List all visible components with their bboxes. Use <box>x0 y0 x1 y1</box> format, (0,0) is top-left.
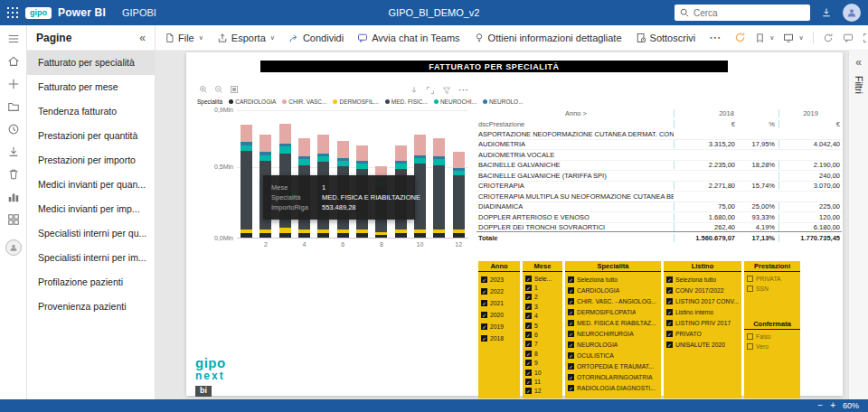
drill-down-icon[interactable] <box>410 86 419 95</box>
reset-default-icon[interactable] <box>734 32 746 43</box>
stacked-bar[interactable] <box>414 135 426 238</box>
bar-segment[interactable] <box>356 233 368 238</box>
slicer-item[interactable]: ✓DERMOSIFILOPATIA <box>568 306 658 317</box>
filter-icon[interactable] <box>442 86 451 95</box>
matrix-visual[interactable]: Anno > 2018 2019 dscPrestazione € % € AS… <box>476 108 842 245</box>
slicer-item[interactable]: ✓CHIR. VASC. - ANGIOLOG... <box>568 295 658 306</box>
slicer-item[interactable]: ✓ORTOPEDIA E TRAUMAT... <box>568 360 658 371</box>
slicer-item[interactable]: ✓Seleziona tutto <box>568 274 658 285</box>
pages-list-item[interactable]: Profilazione pazienti <box>27 270 155 295</box>
pages-list-item[interactable]: Medici invianti per imp... <box>27 197 155 221</box>
fullscreen-icon[interactable] <box>863 33 868 43</box>
slicer-checkbox[interactable]: ✓ <box>568 374 574 380</box>
stacked-bar[interactable] <box>241 125 252 238</box>
slicer-checkbox[interactable]: ✓ <box>666 342 673 348</box>
nav-browse-icon[interactable] <box>7 100 20 113</box>
bar-segment[interactable] <box>298 233 310 238</box>
legend-item[interactable]: CHIR. VASC... <box>282 98 326 105</box>
fit-to-screen-icon[interactable] <box>230 85 239 94</box>
slicer-item[interactable]: ✓Seleziona tutto <box>666 274 739 285</box>
stacked-bar[interactable] <box>433 138 445 238</box>
pages-list-item[interactable]: Tendenza fatturato <box>27 99 155 124</box>
export-menu-button[interactable]: Esporta ∨ <box>217 33 275 43</box>
user-avatar[interactable] <box>843 4 861 22</box>
slicer-mese[interactable]: Mese ✓Sele...✓1✓2✓3✓4✓5✓6✓7✓8✓9✓10✓11✓12 <box>523 261 562 398</box>
slicer-checkbox[interactable]: ✓ <box>666 276 673 283</box>
bar-segment[interactable] <box>414 135 426 154</box>
slicer-item[interactable]: ✓3 <box>525 302 560 311</box>
slicer-item[interactable]: ✓MED. FISICA E RIABILTAZ... <box>568 317 658 328</box>
slicer-item[interactable]: ✓LISTINO 2017 CONV... <box>666 295 739 306</box>
slicer-checkbox[interactable]: ✓ <box>568 331 574 337</box>
chart-visual[interactable]: ⋯ Specialità CARDIOLOGIACHIR. VASC...DER… <box>193 85 470 258</box>
slicer-checkbox[interactable]: ✓ <box>568 276 574 283</box>
bar-segment[interactable] <box>414 233 426 238</box>
legend-item[interactable]: NEUROLO... <box>483 98 524 105</box>
slicer-checkbox[interactable]: ✓ <box>525 313 532 319</box>
search-input[interactable] <box>693 8 813 18</box>
slicer-item[interactable]: ✓2 <box>525 293 560 302</box>
slicer-checkbox[interactable]: ✓ <box>481 288 487 295</box>
bar-segment[interactable] <box>453 152 465 167</box>
slicer-checkbox[interactable]: ✓ <box>525 351 532 357</box>
table-row[interactable]: DIADINAMICA75,0025,00%225,00 <box>476 202 842 213</box>
refresh-icon[interactable] <box>823 33 834 43</box>
slicer-item[interactable]: ✓NEUROLOGIA <box>568 339 658 350</box>
bar-segment[interactable] <box>356 145 368 161</box>
slicer-item[interactable]: ✓12 <box>525 387 560 396</box>
bar-segment[interactable] <box>279 124 291 144</box>
file-menu-button[interactable]: File ∨ <box>165 33 203 43</box>
view-button[interactable]: ∨ <box>783 33 803 43</box>
nav-delete-icon[interactable] <box>7 168 20 181</box>
legend-item[interactable]: DERMOSFIL... <box>333 98 378 105</box>
slicer-item[interactable]: ✓OTORINOLARINGOIATRIA <box>568 371 658 382</box>
pages-list-item[interactable]: Provenienza pazienti <box>27 295 155 319</box>
more-options-icon[interactable]: ⋯ <box>709 31 721 44</box>
slicer-item[interactable]: ✓2023 <box>481 274 517 286</box>
table-row[interactable]: ASPORTAZIONE NEOFORMAZIONE CUTANEA DERMA… <box>476 129 842 140</box>
bar-segment[interactable] <box>433 138 445 157</box>
filters-panel-collapsed[interactable]: « Filtri <box>848 51 868 399</box>
slicer-checkbox[interactable]: ✓ <box>666 331 673 337</box>
slicer-item[interactable]: ✓8 <box>525 349 560 358</box>
zoom-out-icon[interactable]: − <box>817 401 823 410</box>
slicer-checkbox[interactable]: ✓ <box>525 304 532 310</box>
bar-segment[interactable] <box>259 233 271 238</box>
expand-filters-icon[interactable]: « <box>855 56 862 69</box>
bar-segment[interactable] <box>395 145 407 161</box>
global-search[interactable] <box>675 5 810 21</box>
slicer-confermata[interactable]: Confermata FalsoVero <box>744 319 800 398</box>
slicer-checkbox[interactable]: ✓ <box>525 388 532 394</box>
table-row[interactable]: DOPPLER ARTERIOSO E VENOSO1.680,0093,33%… <box>476 212 842 223</box>
slicer-item[interactable]: ✓6 <box>525 330 560 339</box>
slicer-item[interactable]: ✓2020 <box>481 309 517 321</box>
bar-segment[interactable] <box>259 135 271 152</box>
bar-segment[interactable] <box>337 141 349 158</box>
slicer-checkbox[interactable]: ✓ <box>525 285 532 291</box>
slicer-item[interactable]: ✓RADIOLOGIA DIAGNOSTI... <box>568 382 658 393</box>
slicer-checkbox[interactable]: ✓ <box>525 341 532 347</box>
slicer-checkbox[interactable]: ✓ <box>525 294 532 300</box>
slicer-item[interactable]: ✓UNISALUTE 2020 <box>666 339 739 350</box>
pages-list-item[interactable]: Specialisti interni per qu... <box>27 221 155 246</box>
nav-menu-icon[interactable] <box>7 33 20 45</box>
table-row[interactable]: AUDIOMETRIA3.315,2017,95%4.042,40 <box>476 140 842 151</box>
table-row[interactable]: BACINELLE GALVANICHE (TARIFFA SPI)240,00 <box>476 171 842 182</box>
slicer-item[interactable]: ✓2018 <box>481 332 517 344</box>
rail-user-avatar[interactable] <box>5 239 22 256</box>
slicer-checkbox[interactable]: ✓ <box>568 309 574 315</box>
slicer-item[interactable]: ✓9 <box>525 359 560 368</box>
legend-item[interactable]: CARDIOLOGIA <box>229 98 276 105</box>
slicer-checkbox[interactable]: ✓ <box>666 309 673 315</box>
table-row[interactable]: CRIOTERAPIA2.271,8015,74%3.070,00 <box>476 182 842 192</box>
nav-create-icon[interactable] <box>7 78 20 90</box>
more-options-icon[interactable]: ⋯ <box>458 85 468 95</box>
slicer-checkbox[interactable] <box>747 286 753 292</box>
slicer-item[interactable]: ✓11 <box>525 377 560 386</box>
share-button[interactable]: Condividi <box>288 33 344 43</box>
slicer-item[interactable]: ✓2022 <box>481 286 517 297</box>
bar-segment[interactable] <box>395 233 407 238</box>
slicer-checkbox[interactable]: ✓ <box>568 298 574 304</box>
slicer-checkbox[interactable]: ✓ <box>568 352 574 359</box>
slicer-item[interactable]: Vero <box>747 342 797 351</box>
